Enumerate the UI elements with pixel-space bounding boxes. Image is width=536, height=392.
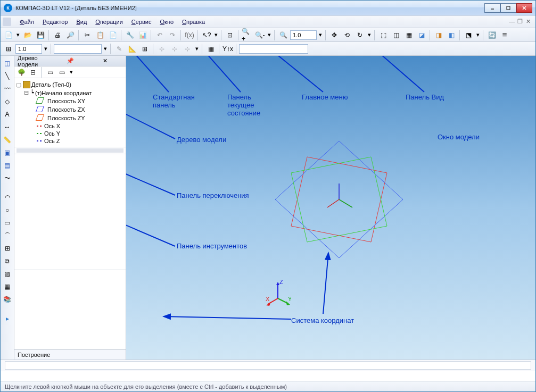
close-button[interactable] [516,3,532,13]
expand-icon[interactable]: ▢ [15,81,22,88]
mdi-restore-icon[interactable]: ❐ [517,18,525,26]
tree-collapse-icon[interactable]: ⊟ [28,68,38,77]
tree-slider[interactable] [14,147,126,154]
paste-button[interactable]: 📄 [107,29,119,41]
tree-plane-zy[interactable]: Плоскость ZY [15,114,125,122]
menu-window[interactable]: Окно [156,17,178,27]
wireframe-button[interactable]: ⬚ [377,29,389,41]
tree-opt1-icon[interactable]: ▭ [45,68,55,77]
tree-close-icon[interactable]: ✕ [87,57,122,64]
new-dropdown-icon[interactable]: ▾ [15,31,21,38]
pan-button[interactable]: ✥ [328,29,340,41]
model-viewport[interactable]: Z Y X Стандартная панель Панель текущее … [126,56,535,360]
zoom-fit-button[interactable]: ⊡ [224,29,236,41]
tree-axis-x[interactable]: Ось X [15,122,125,130]
menu-file[interactable]: Файл [15,17,38,27]
tool-box1-icon[interactable]: ▣ [2,147,13,158]
tool-table-icon[interactable]: ▦ [2,281,13,292]
help-pointer-button[interactable]: ↖? [201,29,212,41]
undo-button[interactable]: ↶ [154,29,166,41]
tool-mirror-icon[interactable]: ⧉ [2,256,13,266]
tree-opt-dropdown-icon[interactable]: ▾ [69,69,74,76]
grid-button[interactable]: ⊞ [139,43,151,55]
rebuild-button[interactable]: 🔄 [486,29,498,41]
tool-cube-icon[interactable]: ◫ [2,58,13,69]
new-button[interactable]: 📄 [3,29,14,41]
rotate-button[interactable]: ⟲ [341,29,353,41]
tree-axis-y[interactable]: Ось Y [15,130,125,137]
orbit-dropdown-icon[interactable]: ▾ [367,31,372,38]
coord-input[interactable] [239,44,308,54]
mdi-minimize-icon[interactable]: — [509,18,516,26]
preview-button[interactable]: 🔎 [64,29,76,41]
orientation-dropdown-icon[interactable]: ▾ [475,31,481,38]
tool-lib-icon[interactable]: 📚 [2,294,13,305]
orbit-button[interactable]: ↻ [354,29,366,41]
minimize-button[interactable] [484,3,500,13]
tool-box2-icon[interactable]: ▤ [2,160,13,171]
snap-button[interactable]: 📐 [126,43,138,55]
tree-footer-tab[interactable]: Построение [14,349,126,360]
ortho-button[interactable]: ⊞ [3,43,14,55]
tree-origin[interactable]: ⊟ ┕ (т)Начало координат [15,89,125,97]
tool-dim-icon[interactable]: ↔ [2,122,13,132]
tool-fillet-icon[interactable]: ⌒ [2,230,13,241]
command-input[interactable] [5,361,531,370]
tool-text-icon[interactable]: A [2,109,13,120]
menu-operations[interactable]: Операции [91,17,127,27]
layer-input[interactable] [54,44,102,54]
tool-line-icon[interactable]: ╲ [2,71,13,81]
tool-sketch-icon[interactable]: 〰 [2,84,13,94]
tree-plane-zx[interactable]: Плоскость ZX [15,105,125,114]
zoom-in-button[interactable]: 🔍+ [241,29,253,41]
menu-view[interactable]: Вид [72,17,91,27]
layers-button[interactable]: ≣ [499,29,510,41]
snap-dropdown-icon[interactable]: ▾ [194,45,200,52]
scale-input[interactable] [15,44,42,54]
tool-hatch-icon[interactable]: ▨ [2,269,13,279]
snap3-button[interactable]: ⊹ [182,43,193,55]
zoom-value-dropdown-icon[interactable]: ▾ [318,31,323,38]
tree-axis-z[interactable]: Ось Z [15,137,125,145]
tree-view-icon[interactable]: 🌳 [17,68,26,77]
tree-root[interactable]: ▢ Деталь (Тел-0) [15,80,125,89]
zoom-window-button[interactable]: 🔍 [277,29,289,41]
copy-button[interactable]: 📋 [94,29,106,41]
tree-opt2-icon[interactable]: ▭ [57,68,67,77]
coords-button[interactable]: Y↑x [222,43,234,55]
fx-button[interactable]: f(x) [184,29,195,41]
expand-icon[interactable]: ⊟ [23,89,29,96]
hidden-button[interactable]: ◫ [390,29,402,41]
menu-editor[interactable]: Редактор [38,17,72,27]
open-button[interactable]: 📂 [22,29,34,41]
perspective-button[interactable]: ◨ [433,29,444,41]
tool-last-icon[interactable]: ▸ [2,313,13,324]
snap1-button[interactable]: ⊹ [156,43,168,55]
tool-pattern-icon[interactable]: ⊞ [2,243,13,254]
shaded-button[interactable]: ▦ [403,29,415,41]
pin-icon[interactable]: 📌 [53,57,88,64]
mdi-close-icon[interactable]: ✕ [526,18,533,26]
snap2-button[interactable]: ⊹ [169,43,180,55]
tree-plane-xy[interactable]: Плоскость XY [15,97,125,105]
cut-button[interactable]: ✂ [81,29,93,41]
redo-button[interactable]: ↷ [167,29,178,41]
section-button[interactable]: ◧ [446,29,457,41]
save-button[interactable]: 💾 [35,29,46,41]
sketch-button[interactable]: ✎ [113,43,125,55]
scale-dropdown-icon[interactable]: ▾ [43,45,48,52]
layer-dropdown-icon[interactable]: ▾ [103,45,108,52]
menu-help[interactable]: Справка [178,17,209,27]
print-button[interactable]: 🖨 [52,29,63,41]
menu-service[interactable]: Сервис [127,17,156,27]
zoom-dropdown-icon[interactable]: ▾ [267,31,272,38]
filter-button[interactable]: ▦ [205,43,217,55]
maximize-button[interactable] [500,3,516,13]
properties-button[interactable]: 🔧 [124,29,136,41]
help-dropdown-icon[interactable]: ▾ [213,31,219,38]
tool-rect-icon[interactable]: ▭ [2,218,13,228]
shaded-edges-button[interactable]: ◪ [416,29,427,41]
tool-measure-icon[interactable]: 📏 [2,135,13,145]
zoom-input[interactable] [290,30,317,40]
tool-circle-icon[interactable]: ○ [2,205,13,215]
